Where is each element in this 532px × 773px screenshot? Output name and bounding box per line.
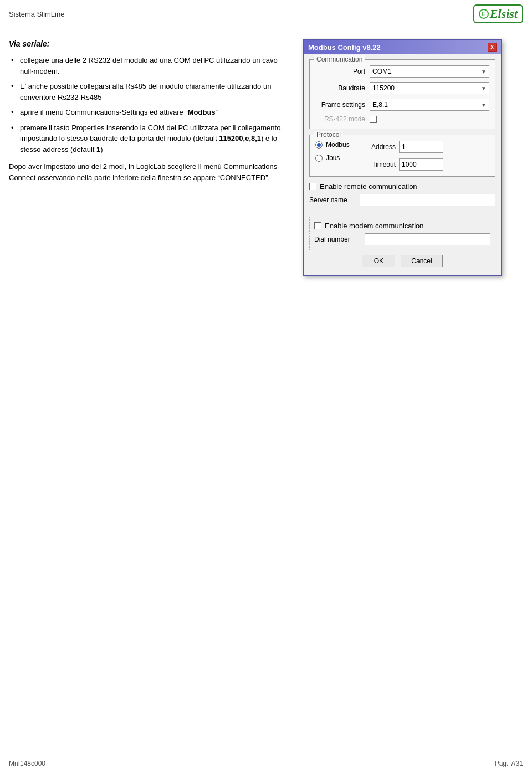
modbus-radio-selected (317, 143, 321, 147)
baudrate-label: Baudrate (315, 84, 365, 92)
timeout-label: Timeout (365, 161, 396, 168)
section-title: Via seriale: (9, 39, 291, 48)
server-name-input[interactable] (360, 194, 495, 206)
footer-right: Pag. 7/31 (495, 760, 523, 767)
server-name-label: Server name (309, 196, 356, 204)
address-row: Address 1 (365, 141, 489, 153)
address-label: Address (365, 143, 396, 151)
list-item: aprire il menù Communications-Settings e… (9, 107, 291, 118)
port-select[interactable]: COM1 ▼ (370, 65, 489, 78)
enable-remote-checkbox[interactable] (309, 183, 316, 190)
address-block: Address 1 Timeout 1000 (365, 141, 489, 171)
baudrate-row: Baudrate 115200 ▼ (315, 82, 489, 94)
communication-group-label: Communication (314, 55, 365, 63)
jbus-radio-label: Jbus (326, 154, 340, 162)
timeout-row: Timeout 1000 (365, 158, 489, 171)
main-content: Via seriale: collegare una delle 2 RS232… (0, 28, 532, 287)
bullet-list: collegare una delle 2 RS232 del modulo a… (9, 55, 291, 155)
address-input[interactable]: 1 (399, 141, 443, 153)
enable-remote-row: Enable remote communication (309, 182, 495, 191)
logo-text: Elsist (490, 7, 518, 21)
enable-remote-label: Enable remote communication (320, 182, 417, 191)
frame-select[interactable]: E,8,1 ▼ (370, 99, 489, 111)
timeout-input[interactable]: 1000 (399, 158, 443, 171)
port-label: Port (315, 68, 365, 75)
modbus-radio-button[interactable] (315, 141, 323, 149)
footer: MnI148c000 Pag. 7/31 (0, 756, 532, 767)
list-item: premere il tasto Properties inserendo la… (9, 122, 291, 155)
dialog-buttons: OK Cancel (309, 250, 495, 269)
modbus-radio-label: Modbus (326, 141, 350, 149)
paragraph: Dopo aver impostato uno dei 2 modi, in L… (9, 161, 291, 183)
dial-number-input[interactable] (365, 233, 490, 245)
dialog-body: Communication Port COM1 ▼ Baudrate 11520… (304, 54, 501, 275)
list-item: E' anche possibile collegarsi alla Rs485… (9, 81, 291, 103)
modem-section: Enable modem communication Dial number (309, 217, 495, 250)
frame-dropdown-arrow: ▼ (481, 102, 487, 108)
server-name-row: Server name (309, 194, 495, 206)
baudrate-dropdown-arrow: ▼ (481, 85, 487, 91)
frame-settings-row: Frame settings E,8,1 ▼ (315, 99, 489, 111)
logo-circle-e: E (479, 9, 489, 19)
protocol-group: Protocol Modbus Jbus (309, 135, 495, 177)
dial-number-label: Dial number (314, 236, 361, 243)
dialog-title: Modbus Config v8.22 (308, 43, 381, 52)
protocol-group-label: Protocol (314, 131, 343, 139)
cancel-button[interactable]: Cancel (401, 255, 442, 267)
rs422-checkbox[interactable] (370, 116, 377, 123)
protocol-content: Modbus Jbus Address 1 (315, 141, 489, 171)
text-content: Via seriale: collegare una delle 2 RS232… (9, 39, 291, 183)
port-row: Port COM1 ▼ (315, 65, 489, 78)
rs422-row: RS-422 mode (315, 115, 489, 123)
ok-button[interactable]: OK (362, 255, 395, 267)
list-item: collegare una delle 2 RS232 del modulo a… (9, 55, 291, 76)
header-title: Sistema SlimLine (9, 10, 64, 18)
modbus-radio[interactable]: Modbus (315, 141, 360, 149)
dialog-close-button[interactable]: X (488, 43, 497, 52)
dial-number-row: Dial number (314, 233, 490, 245)
logo-area: E Elsist (473, 4, 523, 23)
communication-group: Communication Port COM1 ▼ Baudrate 11520… (309, 59, 495, 129)
header: Sistema SlimLine E Elsist (0, 0, 532, 28)
jbus-radio[interactable]: Jbus (315, 154, 360, 162)
rs422-label: RS-422 mode (315, 115, 365, 123)
baudrate-select[interactable]: 115200 ▼ (370, 82, 489, 94)
separator (309, 212, 495, 212)
modbus-config-dialog: Modbus Config v8.22 X Communication Port… (303, 39, 502, 276)
jbus-radio-button[interactable] (315, 155, 323, 162)
frame-label: Frame settings (315, 101, 365, 109)
enable-modem-row: Enable modem communication (314, 222, 490, 230)
footer-left: MnI148c000 (9, 760, 45, 767)
dialog-titlebar: Modbus Config v8.22 X (304, 40, 501, 54)
enable-modem-label: Enable modem communication (325, 222, 423, 230)
port-dropdown-arrow: ▼ (481, 69, 487, 75)
radio-group: Modbus Jbus (315, 141, 360, 162)
enable-modem-checkbox[interactable] (314, 222, 321, 229)
logo-image: E Elsist (473, 4, 523, 23)
